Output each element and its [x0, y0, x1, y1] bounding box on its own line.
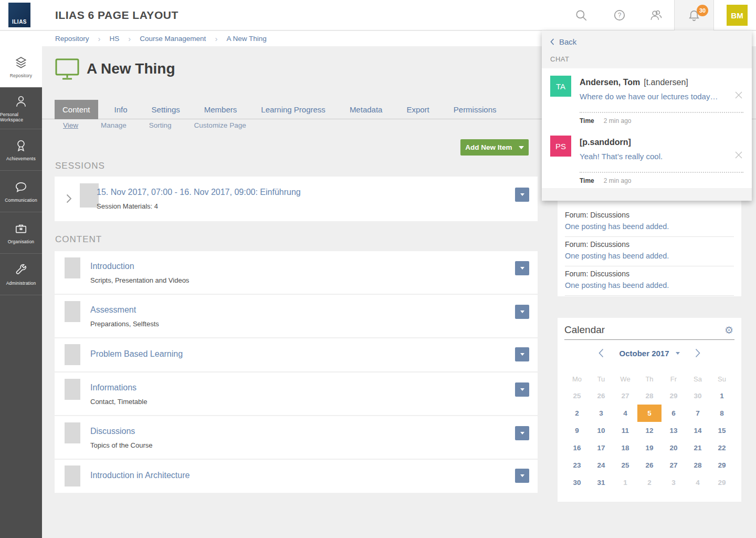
calendar-day[interactable]: 30 — [686, 387, 710, 405]
calendar-day[interactable]: 4 — [686, 474, 710, 491]
item-actions-dropdown[interactable] — [515, 469, 529, 483]
item-actions-dropdown[interactable] — [515, 261, 529, 275]
tab-permissions[interactable]: Permissions — [446, 100, 505, 119]
tab-content[interactable]: Content — [55, 100, 98, 119]
breadcrumb-current[interactable]: A New Thing — [226, 35, 266, 43]
user-avatar[interactable]: BM — [727, 5, 748, 26]
item-title-link[interactable]: Introduction in Architecture — [90, 471, 190, 480]
item-title-link[interactable]: Discussions — [90, 427, 135, 436]
calendar-day[interactable]: 14 — [686, 422, 710, 439]
calendar-day[interactable]: 21 — [686, 439, 710, 457]
calendar-day[interactable]: 15 — [710, 422, 734, 439]
item-actions-dropdown[interactable] — [515, 382, 529, 397]
calendar-day[interactable]: 24 — [589, 457, 613, 474]
calendar-day[interactable]: 26 — [637, 457, 662, 474]
item-title-link[interactable]: Introduction — [90, 262, 134, 271]
next-month-icon[interactable] — [695, 348, 701, 358]
calendar-day[interactable]: 20 — [662, 439, 686, 457]
forum-posting-link[interactable]: One posting has beend added. — [565, 222, 669, 231]
calendar-day[interactable]: 4 — [613, 405, 637, 422]
calendar-day[interactable]: 29 — [710, 474, 734, 491]
item-actions-dropdown[interactable] — [515, 426, 529, 440]
forum-posting-link[interactable]: One posting has beend added. — [565, 252, 669, 260]
item-title-link[interactable]: Assessment — [90, 305, 136, 315]
chat-message-link[interactable]: Yeah! That’s really cool. — [580, 152, 663, 161]
tab-members[interactable]: Members — [196, 100, 245, 119]
item-actions-dropdown[interactable] — [515, 347, 529, 361]
calendar-day[interactable]: 6 — [662, 405, 686, 422]
calendar-day[interactable]: 2 — [565, 405, 589, 422]
calendar-day[interactable]: 27 — [613, 387, 637, 405]
session-title-link[interactable]: 15. Nov 2017, 07:00 - 16. Nov 2017, 09:0… — [97, 188, 301, 197]
calendar-day[interactable]: 16 — [565, 439, 589, 457]
main-sidebar: Repository Personal Workspace Achievemen… — [0, 46, 42, 538]
calendar-day[interactable]: 13 — [662, 422, 686, 439]
breadcrumb-hs[interactable]: HS — [110, 35, 120, 43]
calendar-day[interactable]: 31 — [589, 474, 613, 491]
close-icon[interactable] — [735, 91, 742, 99]
tab-export[interactable]: Export — [398, 100, 437, 119]
item-title-link[interactable]: Problem Based Learning — [90, 349, 183, 359]
gear-icon[interactable]: ⚙ — [724, 324, 733, 336]
sidebar-item-communication[interactable]: Communication — [0, 171, 42, 212]
calendar-day[interactable]: 1 — [613, 474, 637, 491]
add-new-item-button[interactable]: Add New Item — [460, 139, 529, 156]
month-selector[interactable]: October 2017 — [619, 349, 679, 358]
contacts-icon[interactable] — [649, 8, 663, 22]
subtab-manage[interactable]: Manage — [101, 121, 127, 129]
sidebar-item-personal-workspace[interactable]: Personal Workspace — [0, 88, 42, 129]
calendar-day[interactable]: 22 — [710, 439, 734, 457]
forum-posting-link[interactable]: One posting has beend added. — [565, 281, 669, 289]
weekday-label: We — [613, 372, 637, 386]
breadcrumb-course-management[interactable]: Course Management — [140, 35, 206, 43]
calendar-day[interactable]: 28 — [686, 457, 710, 474]
search-icon[interactable] — [574, 8, 588, 22]
calendar-day[interactable]: 11 — [613, 422, 637, 439]
calendar-day[interactable]: 29 — [710, 457, 734, 474]
breadcrumb-repository[interactable]: Repository — [55, 35, 89, 43]
calendar-day[interactable]: 25 — [613, 457, 637, 474]
calendar-day[interactable]: 23 — [565, 457, 589, 474]
calendar-day[interactable]: 26 — [589, 387, 613, 405]
calendar-day[interactable]: 18 — [613, 439, 637, 457]
sidebar-item-achievements[interactable]: Achievements — [0, 129, 42, 171]
close-icon[interactable] — [735, 151, 742, 159]
previous-month-icon[interactable] — [598, 348, 604, 358]
chat-message-link[interactable]: Where do we have our lectures today… — [580, 92, 718, 101]
calendar-day[interactable]: 10 — [589, 422, 613, 439]
calendar-day[interactable]: 17 — [589, 439, 613, 457]
tab-info[interactable]: Info — [107, 100, 135, 119]
calendar-day[interactable]: 27 — [662, 457, 686, 474]
calendar-day[interactable]: 7 — [686, 405, 710, 422]
subtab-customize-page[interactable]: Customize Page — [194, 121, 246, 129]
calendar-day[interactable]: 30 — [565, 474, 589, 491]
calendar-day[interactable]: 3 — [662, 474, 686, 491]
calendar-day[interactable]: 5 — [637, 405, 662, 422]
notifications-tab[interactable]: 30 — [674, 0, 714, 31]
subtab-sorting[interactable]: Sorting — [149, 121, 172, 129]
calendar-day[interactable]: 9 — [565, 422, 589, 439]
calendar-day[interactable]: 29 — [662, 387, 686, 405]
calendar-day[interactable]: 28 — [637, 387, 662, 405]
sidebar-item-organisation[interactable]: Organisation — [0, 212, 42, 254]
weekday-label: Su — [710, 372, 734, 386]
tab-settings[interactable]: Settings — [144, 100, 188, 119]
calendar-day[interactable]: 12 — [637, 422, 662, 439]
sidebar-item-repository[interactable]: Repository — [0, 46, 42, 88]
subtab-view[interactable]: View — [63, 121, 78, 129]
tab-learning-progress[interactable]: Learning Progress — [253, 100, 333, 119]
back-button[interactable]: Back — [550, 37, 576, 46]
calendar-day[interactable]: 2 — [637, 474, 662, 491]
calendar-day[interactable]: 3 — [589, 405, 613, 422]
sidebar-item-administration[interactable]: Administration — [0, 254, 42, 295]
calendar-day[interactable]: 25 — [565, 387, 589, 405]
calendar-day[interactable]: 1 — [710, 387, 734, 405]
tab-metadata[interactable]: Metadata — [342, 100, 391, 119]
calendar-day[interactable]: 19 — [637, 439, 662, 457]
help-icon[interactable]: ? — [613, 8, 626, 22]
calendar-day[interactable]: 8 — [710, 405, 734, 422]
expand-chevron-icon[interactable] — [66, 194, 72, 203]
item-title-link[interactable]: Informations — [90, 383, 136, 392]
session-actions-dropdown[interactable] — [515, 188, 529, 202]
item-actions-dropdown[interactable] — [515, 305, 529, 319]
